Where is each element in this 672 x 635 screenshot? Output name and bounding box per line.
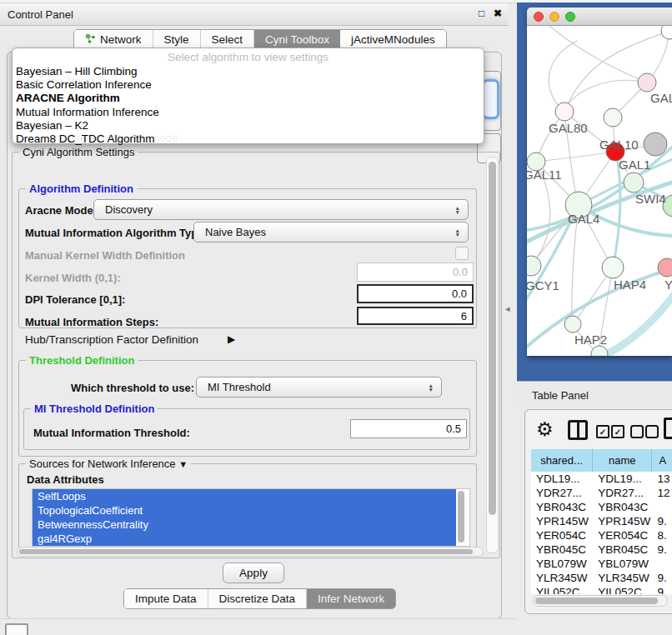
node-label-gal4: GAL4 <box>568 212 599 226</box>
tab-select[interactable]: Select <box>201 30 255 49</box>
dpi-tolerance-field[interactable]: 0.0 <box>357 284 474 303</box>
collapse-arrow-icon[interactable] <box>178 458 188 470</box>
node-label-gal: GAL <box>650 91 672 105</box>
deselect-all-checkbox-icon-2[interactable] <box>645 425 659 438</box>
column-header-a[interactable]: A <box>652 449 672 472</box>
table-row[interactable]: YIL052CYIL052C9. <box>531 585 672 594</box>
network-node[interactable] <box>564 316 581 332</box>
sources-title-wrap: Sources for Network Inference <box>26 458 191 470</box>
column-header-name[interactable]: name <box>593 449 652 472</box>
table-row[interactable]: YBL079WYBL079W <box>531 557 672 571</box>
algorithm-option-bayesian-hill-climbing[interactable]: Bayesian – Hill Climbing <box>13 65 484 78</box>
network-node[interactable] <box>661 26 672 39</box>
table-header: shared...nameA <box>531 449 672 472</box>
mi-type-label: Mutual Information Algorithm Type: <box>25 227 208 239</box>
network-node[interactable] <box>527 256 541 276</box>
network-node[interactable] <box>555 102 574 121</box>
zoom-window-icon[interactable] <box>565 12 575 22</box>
network-canvas[interactable]: GALGAL80GAL10GAL1GAL11SWI4GAL4GCY1HAP4YH… <box>527 26 672 356</box>
table-cell: YBL079W <box>531 558 593 570</box>
attribute-item-topologicalcoefficient[interactable]: TopologicalCoefficient <box>33 503 456 518</box>
control-panel-title: Control Panel <box>8 8 73 21</box>
aracne-mode-label: Aracne Mode: <box>25 204 97 217</box>
algorithm-option-mutual-information-inference[interactable]: Mutual Information Inference <box>13 106 484 119</box>
combo-arrows-icon <box>429 383 434 392</box>
table-row[interactable]: YLR345WYLR345W9. <box>531 571 672 585</box>
algorithm-option-aracne-algorithm[interactable]: ARACNE Algorithm <box>13 92 484 105</box>
gear-icon[interactable] <box>536 418 554 441</box>
tab-cyni-toolbox[interactable]: Cyni Toolbox <box>254 30 340 49</box>
float-panel-icon[interactable] <box>479 8 484 19</box>
table-cell: YDR27... <box>593 487 652 499</box>
expand-arrow-icon[interactable] <box>228 332 235 345</box>
algorithm-option-dream8-dc-tdc-algorithm[interactable]: Dream8 DC_TDC Algorithm <box>13 132 484 146</box>
table-row[interactable]: YPR145WYPR145W9. <box>531 514 672 528</box>
tab-jactivemnodules[interactable]: jActiveMNodules <box>340 30 446 49</box>
close-panel-icon[interactable] <box>494 8 502 19</box>
network-node[interactable] <box>658 258 672 277</box>
table-cell: YDL19... <box>531 472 593 485</box>
network-node[interactable] <box>604 108 622 127</box>
table-panel-title: Table Panel <box>532 389 589 402</box>
mi-steps-value: 6 <box>461 310 467 322</box>
table-hscrollbar[interactable] <box>533 595 668 607</box>
algorithm-option-basic-correlation-inference[interactable]: Basic Correlation Inference <box>13 78 484 92</box>
table-row[interactable]: YBR045CYBR045C9. <box>531 542 672 557</box>
table-row[interactable]: YDL19...YDL19...13 <box>531 472 672 486</box>
which-threshold-select[interactable]: MI Threshold <box>196 377 442 398</box>
table-row[interactable]: YER054CYER054C8. <box>531 528 672 542</box>
splitter-collapse-icon[interactable] <box>505 303 510 314</box>
network-node[interactable] <box>638 73 656 92</box>
table-row[interactable]: YDR27...YDR27...12 <box>531 486 672 500</box>
algorithm-option-bayesian-k2[interactable]: Bayesian – K2 <box>13 119 484 132</box>
aracne-mode-select[interactable]: Discovery <box>93 199 469 220</box>
settings-scrollbar-thumb[interactable] <box>489 162 496 515</box>
mi-steps-field[interactable]: 6 <box>357 307 474 325</box>
import-table-icon[interactable] <box>664 418 672 439</box>
node-label-gcy1: GCY1 <box>527 278 559 292</box>
table-panel-titlebar: Table Panel <box>517 382 672 408</box>
attribute-item-selfloops[interactable]: SelfLoops <box>33 489 456 503</box>
tab-style[interactable]: Style <box>153 30 201 49</box>
hub-section-label[interactable]: Hub/Transcription Factor Definition <box>25 333 198 346</box>
split-panel-icon[interactable] <box>568 420 588 440</box>
network-edge <box>537 152 615 162</box>
manual-kernel-checkbox[interactable] <box>455 247 469 260</box>
network-node[interactable] <box>591 346 608 356</box>
manual-kernel-label: Manual Kernel Width Definition <box>25 249 185 262</box>
mi-threshold-field[interactable]: 0.5 <box>350 419 467 438</box>
settings-scrollbar[interactable] <box>486 157 499 553</box>
tab-infer-network[interactable]: Infer Network <box>307 589 395 608</box>
algorithm-definition-title: Algorithm Definition <box>26 182 137 195</box>
attribute-item-gal4rgexp[interactable]: gal4RGexp <box>33 532 456 546</box>
table-row[interactable]: YBR043CYBR043C <box>531 500 672 514</box>
network-edge <box>549 41 577 112</box>
table-hscrollbar-thumb[interactable] <box>535 598 658 604</box>
column-header-shared-[interactable]: shared... <box>531 449 593 472</box>
tab-discretize-data[interactable]: Discretize Data <box>208 589 308 608</box>
attribute-item-betweennesscentrality[interactable]: BetweennessCentrality <box>33 518 456 532</box>
tab-label: Style <box>164 33 189 46</box>
minimize-window-icon[interactable] <box>549 12 559 22</box>
tab-network[interactable]: Network <box>74 30 153 49</box>
close-window-icon[interactable] <box>534 12 544 22</box>
bottom-tab-bar: Impute DataDiscretize DataInfer Network <box>123 588 396 609</box>
table-cell: 13 <box>653 472 672 485</box>
select-all-checkbox-icon[interactable] <box>596 425 609 438</box>
data-attributes-list[interactable]: SelfLoopsTopologicalCoefficientBetweenne… <box>32 488 470 547</box>
network-node[interactable] <box>624 172 644 192</box>
deselect-all-checkbox-icon[interactable] <box>630 425 644 438</box>
apply-button[interactable]: Apply <box>223 562 284 583</box>
threshold-definition-title: Threshold Definition <box>26 354 138 367</box>
mi-type-select[interactable]: Naive Bayes <box>193 222 469 242</box>
attribute-list-scrollbar-thumb[interactable] <box>458 491 464 542</box>
minimized-panel-icon[interactable] <box>5 623 28 635</box>
algorithm-placeholder: Select algorithm to view settings <box>13 50 484 65</box>
settings-hscrollbar[interactable] <box>17 547 484 557</box>
focused-button-peek[interactable] <box>482 79 499 119</box>
settings-hscrollbar-thumb[interactable] <box>19 549 473 554</box>
select-all-checkbox-icon-2[interactable] <box>611 425 624 438</box>
network-node[interactable] <box>602 257 624 278</box>
tab-impute-data[interactable]: Impute Data <box>124 589 208 608</box>
network-node[interactable] <box>644 132 667 156</box>
